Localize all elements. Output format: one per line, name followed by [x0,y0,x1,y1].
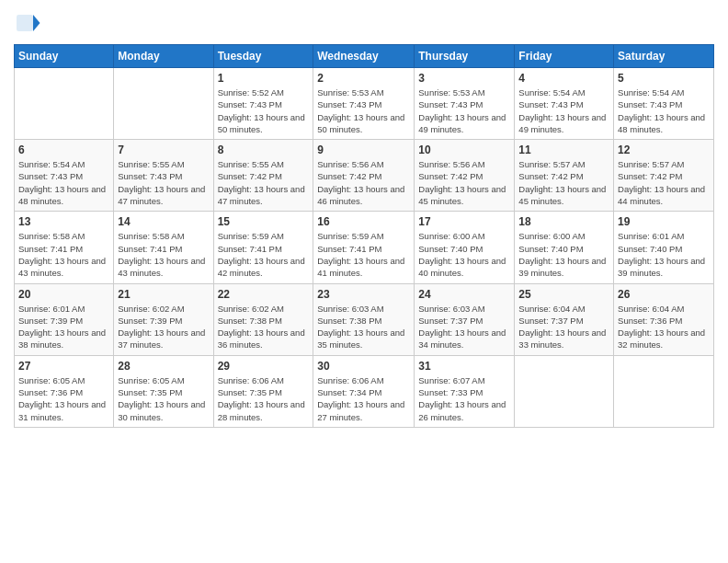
weekday-header-tuesday: Tuesday [213,45,313,68]
logo [14,9,43,37]
day-info: Sunrise: 5:58 AM Sunset: 7:41 PM Dayligh… [118,230,209,279]
day-info: Sunrise: 6:06 AM Sunset: 7:35 PM Dayligh… [218,374,310,423]
calendar-cell: 23Sunrise: 6:03 AM Sunset: 7:38 PM Dayli… [313,283,415,355]
calendar-cell: 25Sunrise: 6:04 AM Sunset: 7:37 PM Dayli… [515,283,614,355]
calendar-cell: 2Sunrise: 5:53 AM Sunset: 7:43 PM Daylig… [313,68,415,140]
day-number: 17 [418,215,510,228]
day-number: 7 [118,144,209,156]
day-info: Sunrise: 6:00 AM Sunset: 7:40 PM Dayligh… [518,230,609,279]
day-info: Sunrise: 6:06 AM Sunset: 7:34 PM Dayligh… [317,374,410,423]
day-info: Sunrise: 6:02 AM Sunset: 7:38 PM Dayligh… [218,303,310,351]
calendar-body: 1Sunrise: 5:52 AM Sunset: 7:43 PM Daylig… [15,68,714,428]
day-number: 16 [317,215,410,228]
day-number: 22 [218,288,310,301]
day-number: 18 [518,215,609,228]
day-info: Sunrise: 5:57 AM Sunset: 7:42 PM Dayligh… [518,158,609,207]
day-number: 27 [18,360,109,373]
weekday-header-saturday: Saturday [614,45,714,68]
calendar-cell: 21Sunrise: 6:02 AM Sunset: 7:39 PM Dayli… [114,283,213,355]
day-info: Sunrise: 5:55 AM Sunset: 7:43 PM Dayligh… [118,158,209,207]
page: SundayMondayTuesdayWednesdayThursdayFrid… [0,0,728,563]
day-number: 1 [218,72,310,85]
calendar-cell: 29Sunrise: 6:06 AM Sunset: 7:35 PM Dayli… [213,355,313,427]
calendar-week-4: 20Sunrise: 6:01 AM Sunset: 7:39 PM Dayli… [15,283,714,355]
day-number: 21 [118,288,209,301]
calendar-week-3: 13Sunrise: 5:58 AM Sunset: 7:41 PM Dayli… [15,212,714,283]
day-number: 19 [618,215,710,228]
day-info: Sunrise: 6:03 AM Sunset: 7:37 PM Dayligh… [418,303,510,351]
calendar-cell: 9Sunrise: 5:56 AM Sunset: 7:42 PM Daylig… [313,140,415,212]
calendar-cell: 12Sunrise: 5:57 AM Sunset: 7:42 PM Dayli… [614,140,714,212]
day-number: 28 [118,360,209,373]
calendar-table: SundayMondayTuesdayWednesdayThursdayFrid… [14,44,714,428]
calendar-cell: 16Sunrise: 5:59 AM Sunset: 7:41 PM Dayli… [313,212,415,283]
weekday-header-row: SundayMondayTuesdayWednesdayThursdayFrid… [15,45,714,68]
day-number: 29 [218,360,310,373]
calendar-cell: 18Sunrise: 6:00 AM Sunset: 7:40 PM Dayli… [515,212,614,283]
day-number: 8 [218,144,310,156]
calendar-cell: 19Sunrise: 6:01 AM Sunset: 7:40 PM Dayli… [614,212,714,283]
calendar-cell: 3Sunrise: 5:53 AM Sunset: 7:43 PM Daylig… [415,68,515,140]
calendar-cell: 8Sunrise: 5:55 AM Sunset: 7:42 PM Daylig… [213,140,313,212]
day-info: Sunrise: 6:05 AM Sunset: 7:36 PM Dayligh… [18,374,109,423]
svg-rect-1 [17,15,33,31]
svg-marker-0 [33,15,40,31]
calendar-cell: 30Sunrise: 6:06 AM Sunset: 7:34 PM Dayli… [313,355,415,427]
weekday-header-friday: Friday [515,45,614,68]
calendar-cell [114,68,213,140]
day-info: Sunrise: 5:54 AM Sunset: 7:43 PM Dayligh… [518,86,609,135]
day-number: 6 [18,144,109,156]
day-info: Sunrise: 5:59 AM Sunset: 7:41 PM Dayligh… [317,230,410,279]
day-info: Sunrise: 5:57 AM Sunset: 7:42 PM Dayligh… [618,158,710,207]
calendar-cell: 7Sunrise: 5:55 AM Sunset: 7:43 PM Daylig… [114,140,213,212]
day-number: 26 [618,288,710,301]
day-number: 4 [518,72,609,85]
calendar-cell: 15Sunrise: 5:59 AM Sunset: 7:41 PM Dayli… [213,212,313,283]
day-number: 20 [18,288,109,301]
calendar-cell: 31Sunrise: 6:07 AM Sunset: 7:33 PM Dayli… [415,355,515,427]
calendar-header: SundayMondayTuesdayWednesdayThursdayFrid… [15,45,714,68]
day-number: 30 [317,360,410,373]
calendar-cell: 11Sunrise: 5:57 AM Sunset: 7:42 PM Dayli… [515,140,614,212]
day-number: 5 [618,72,710,85]
day-number: 11 [518,144,609,156]
day-info: Sunrise: 5:59 AM Sunset: 7:41 PM Dayligh… [218,230,310,279]
calendar-cell: 10Sunrise: 5:56 AM Sunset: 7:42 PM Dayli… [415,140,515,212]
day-info: Sunrise: 5:53 AM Sunset: 7:43 PM Dayligh… [418,86,510,135]
calendar-cell: 22Sunrise: 6:02 AM Sunset: 7:38 PM Dayli… [213,283,313,355]
weekday-header-monday: Monday [114,45,213,68]
day-number: 23 [317,288,410,301]
calendar-cell: 4Sunrise: 5:54 AM Sunset: 7:43 PM Daylig… [515,68,614,140]
day-info: Sunrise: 5:54 AM Sunset: 7:43 PM Dayligh… [618,86,710,135]
day-number: 10 [418,144,510,156]
day-info: Sunrise: 5:54 AM Sunset: 7:43 PM Dayligh… [18,158,109,207]
day-info: Sunrise: 6:02 AM Sunset: 7:39 PM Dayligh… [118,303,209,351]
day-number: 9 [317,144,410,156]
calendar-cell: 6Sunrise: 5:54 AM Sunset: 7:43 PM Daylig… [15,140,114,212]
day-number: 12 [618,144,710,156]
calendar-cell: 14Sunrise: 5:58 AM Sunset: 7:41 PM Dayli… [114,212,213,283]
calendar-week-1: 1Sunrise: 5:52 AM Sunset: 7:43 PM Daylig… [15,68,714,140]
day-number: 31 [418,360,510,373]
calendar-cell: 1Sunrise: 5:52 AM Sunset: 7:43 PM Daylig… [213,68,313,140]
calendar-cell: 28Sunrise: 6:05 AM Sunset: 7:35 PM Dayli… [114,355,213,427]
calendar-week-2: 6Sunrise: 5:54 AM Sunset: 7:43 PM Daylig… [15,140,714,212]
day-number: 3 [418,72,510,85]
day-info: Sunrise: 5:56 AM Sunset: 7:42 PM Dayligh… [418,158,510,207]
calendar-cell: 27Sunrise: 6:05 AM Sunset: 7:36 PM Dayli… [15,355,114,427]
weekday-header-wednesday: Wednesday [313,45,415,68]
day-info: Sunrise: 5:58 AM Sunset: 7:41 PM Dayligh… [18,230,109,279]
weekday-header-sunday: Sunday [15,45,114,68]
day-info: Sunrise: 5:55 AM Sunset: 7:42 PM Dayligh… [218,158,310,207]
calendar-cell: 13Sunrise: 5:58 AM Sunset: 7:41 PM Dayli… [15,212,114,283]
day-info: Sunrise: 5:53 AM Sunset: 7:43 PM Dayligh… [317,86,410,135]
day-number: 15 [218,215,310,228]
calendar-week-5: 27Sunrise: 6:05 AM Sunset: 7:36 PM Dayli… [15,355,714,427]
day-number: 14 [118,215,209,228]
day-info: Sunrise: 6:01 AM Sunset: 7:40 PM Dayligh… [618,230,710,279]
day-number: 2 [317,72,410,85]
day-number: 24 [418,288,510,301]
day-number: 13 [18,215,109,228]
header [14,9,714,37]
calendar-cell [515,355,614,427]
